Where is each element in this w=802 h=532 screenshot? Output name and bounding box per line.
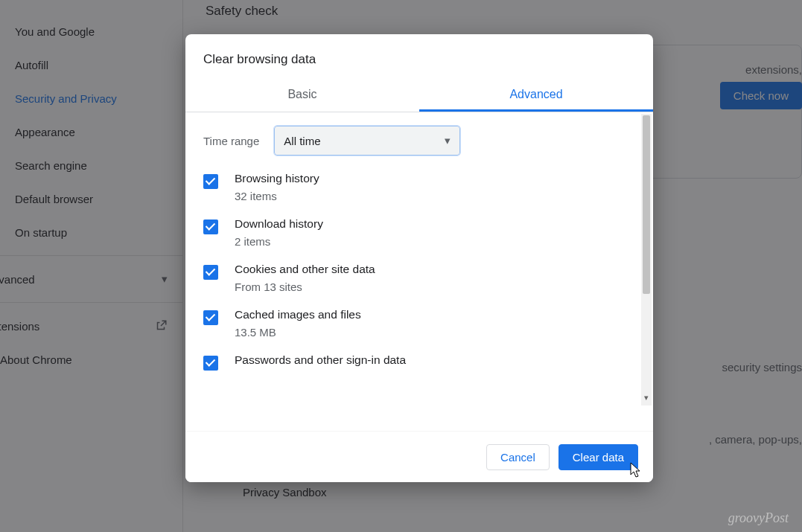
cancel-button[interactable]: Cancel — [486, 444, 550, 470]
clear-options-list: Browsing history 32 items Download histo… — [203, 172, 635, 371]
option-cookies[interactable]: Cookies and other site data From 13 site… — [203, 263, 635, 293]
time-range-label: Time range — [203, 135, 259, 147]
option-title: Passwords and other sign-in data — [235, 353, 406, 367]
option-subtitle: 13.5 MB — [235, 326, 361, 339]
checkbox-download-history[interactable] — [203, 219, 218, 234]
option-passwords[interactable]: Passwords and other sign-in data — [203, 353, 635, 371]
dialog-actions: Cancel Clear data — [185, 432, 653, 482]
option-subtitle: 32 items — [235, 190, 319, 202]
time-range-value: All time — [284, 135, 320, 147]
dialog-scroll-area: Time range All time ▾ Browsing history 3… — [185, 112, 653, 432]
option-title: Download history — [235, 217, 323, 231]
checkbox-browsing-history[interactable] — [203, 174, 218, 189]
watermark: groovyPost — [728, 510, 789, 526]
tab-advanced[interactable]: Advanced — [419, 80, 653, 112]
clear-data-button[interactable]: Clear data — [558, 444, 638, 470]
option-title: Cached images and files — [235, 308, 361, 321]
scrollbar-thumb[interactable] — [643, 115, 650, 294]
tab-basic[interactable]: Basic — [185, 80, 419, 112]
checkbox-cached[interactable] — [203, 310, 218, 325]
chevron-down-icon: ▾ — [445, 134, 451, 147]
checkbox-passwords[interactable] — [203, 356, 218, 371]
option-cached[interactable]: Cached images and files 13.5 MB — [203, 308, 635, 339]
dialog-tabs: Basic Advanced — [185, 80, 653, 112]
option-download-history[interactable]: Download history 2 items — [203, 217, 635, 248]
option-title: Cookies and other site data — [235, 263, 375, 276]
option-subtitle: From 13 sites — [235, 281, 375, 293]
mouse-cursor-icon — [628, 461, 643, 483]
dialog-title: Clear browsing data — [185, 34, 653, 80]
time-range-select[interactable]: All time ▾ — [274, 126, 460, 156]
scrollbar-down-icon[interactable]: ▾ — [644, 393, 649, 403]
clear-browsing-data-dialog: Clear browsing data Basic Advanced Time … — [185, 34, 653, 482]
option-subtitle: 2 items — [235, 235, 323, 248]
dialog-scrollbar[interactable]: ▾ — [641, 114, 652, 406]
checkbox-cookies[interactable] — [203, 265, 218, 280]
option-browsing-history[interactable]: Browsing history 32 items — [203, 172, 635, 202]
option-title: Browsing history — [235, 172, 319, 185]
